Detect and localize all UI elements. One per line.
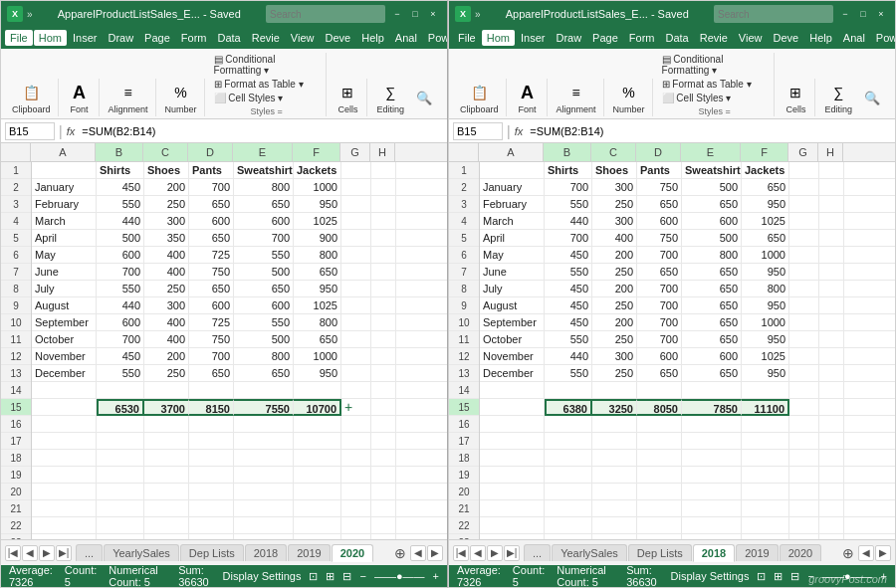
r-r18-c[interactable]	[592, 450, 637, 467]
left-cell-c12[interactable]: 200	[144, 348, 189, 365]
right-cell-h5[interactable]	[819, 230, 844, 247]
r-r19-b[interactable]	[545, 467, 592, 484]
right-cell-e12[interactable]: 600	[682, 348, 742, 365]
l-r22-c[interactable]	[144, 517, 189, 534]
left-row-12[interactable]: 12	[1, 348, 31, 365]
menu-home-left[interactable]: Hom	[34, 30, 67, 46]
menu-dev-right[interactable]: Deve	[769, 30, 804, 46]
left-cell-h3[interactable]	[371, 196, 396, 213]
menu-anal-left[interactable]: Anal	[390, 30, 422, 46]
right-cell-e15[interactable]: 7850	[682, 399, 742, 416]
right-cell-e3[interactable]: 650	[682, 196, 742, 213]
restore-btn-left[interactable]: □	[407, 7, 423, 21]
left-add-sheet-btn[interactable]: ⊕	[390, 543, 410, 563]
close-btn-right[interactable]: ×	[873, 7, 889, 21]
right-col-a[interactable]: A	[479, 143, 544, 161]
right-cell-g9[interactable]	[789, 297, 819, 314]
right-row-5[interactable]: 5	[449, 230, 479, 247]
right-cell-b2[interactable]: 700	[545, 179, 592, 196]
left-cell-a15[interactable]	[32, 399, 97, 416]
right-cell-d4[interactable]: 600	[637, 213, 682, 230]
left-col-a[interactable]: A	[31, 143, 96, 161]
r-r17-c[interactable]	[592, 433, 637, 450]
cells-btn-right[interactable]: ⊞ Cells	[781, 79, 810, 116]
r-r16-d[interactable]	[637, 416, 682, 433]
left-cell-b7[interactable]: 700	[97, 264, 144, 281]
right-cell-e10[interactable]: 650	[682, 314, 742, 331]
left-cell-h6[interactable]	[371, 247, 396, 264]
left-cell-b11[interactable]: 700	[97, 331, 144, 348]
right-cell-e7[interactable]: 650	[682, 264, 742, 281]
l-r18-f[interactable]	[294, 450, 341, 467]
right-cell-f13[interactable]: 950	[742, 365, 789, 382]
right-cell-b7[interactable]: 550	[545, 264, 592, 281]
left-formula-input[interactable]	[79, 124, 443, 138]
right-cell-g3[interactable]	[789, 196, 819, 213]
left-cell-g6[interactable]	[341, 247, 371, 264]
menu-insert-right[interactable]: Inser	[516, 30, 550, 46]
menu-review-right[interactable]: Revie	[695, 30, 733, 46]
left-cell-a10[interactable]: September	[32, 314, 97, 331]
left-row-7[interactable]: 7	[1, 264, 31, 281]
left-cell-c11[interactable]: 400	[144, 331, 189, 348]
l-r16-a[interactable]	[32, 416, 97, 433]
left-cell-f11[interactable]: 650	[294, 331, 341, 348]
left-cell-h2[interactable]	[371, 179, 396, 196]
r-r17-f[interactable]	[742, 433, 789, 450]
l-r18-c[interactable]	[144, 450, 189, 467]
right-row-2[interactable]: 2	[449, 179, 479, 196]
right-cell-a2[interactable]: January	[480, 179, 545, 196]
right-cell-f8[interactable]: 800	[742, 281, 789, 297]
left-cell-g10[interactable]	[341, 314, 371, 331]
right-row-20[interactable]: 20	[449, 484, 479, 500]
l-r18-b[interactable]	[97, 450, 144, 467]
left-cell-d4[interactable]: 600	[189, 213, 234, 230]
menu-dev-left[interactable]: Deve	[321, 30, 356, 46]
left-cell-h9[interactable]	[371, 297, 396, 314]
r-r21-b[interactable]	[545, 500, 592, 517]
right-sheet-nav-first[interactable]: |◀	[453, 545, 469, 561]
right-sheet-nav-next[interactable]: ▶	[487, 545, 503, 561]
right-add-sheet-btn[interactable]: ⊕	[838, 543, 858, 563]
right-search-input[interactable]	[714, 5, 833, 23]
l-r17-h[interactable]	[371, 433, 396, 450]
right-cell-f3[interactable]: 950	[742, 196, 789, 213]
left-row-15[interactable]: 15	[1, 399, 31, 416]
left-cell-b3[interactable]: 550	[97, 196, 144, 213]
l-r22-e[interactable]	[234, 517, 294, 534]
left-cell-d5[interactable]: 650	[189, 230, 234, 247]
r-r20-a[interactable]	[480, 484, 545, 500]
left-cell-e4[interactable]: 600	[234, 213, 294, 230]
right-cell-a8[interactable]: July	[480, 281, 545, 297]
right-cell-f11[interactable]: 950	[742, 331, 789, 348]
left-cell-f5[interactable]: 900	[294, 230, 341, 247]
menu-review-left[interactable]: Revie	[247, 30, 285, 46]
r-r19-h[interactable]	[819, 467, 844, 484]
left-cell-c7[interactable]: 400	[144, 264, 189, 281]
left-cell-a11[interactable]: October	[32, 331, 97, 348]
right-row-8[interactable]: 8	[449, 281, 479, 297]
l-r19-g[interactable]	[341, 467, 371, 484]
r-r22-a[interactable]	[480, 517, 545, 534]
left-row-14[interactable]: 14	[1, 382, 31, 399]
left-cell-c6[interactable]: 400	[144, 247, 189, 264]
l-r17-g[interactable]	[341, 433, 371, 450]
right-row-6[interactable]: 6	[449, 247, 479, 264]
clipboard-btn-left[interactable]: 📋 Clipboard	[9, 79, 54, 116]
r-r17-d[interactable]	[637, 433, 682, 450]
right-cell-h10[interactable]	[819, 314, 844, 331]
r-r20-c[interactable]	[592, 484, 637, 500]
menu-pow-right[interactable]: Pow	[871, 30, 896, 46]
left-cell-a5[interactable]: April	[32, 230, 97, 247]
left-cell-b14[interactable]	[97, 382, 144, 399]
left-row-8[interactable]: 8	[1, 281, 31, 297]
left-cell-d11[interactable]: 750	[189, 331, 234, 348]
right-cell-g6[interactable]	[789, 247, 819, 264]
right-cell-g11[interactable]	[789, 331, 819, 348]
l-r19-e[interactable]	[234, 467, 294, 484]
right-cell-g15[interactable]	[789, 399, 819, 416]
r-r18-e[interactable]	[682, 450, 742, 467]
right-cell-e2[interactable]: 500	[682, 179, 742, 196]
right-scroll-left[interactable]: ◀	[858, 545, 874, 561]
left-sheet-nav-first[interactable]: |◀	[5, 545, 21, 561]
